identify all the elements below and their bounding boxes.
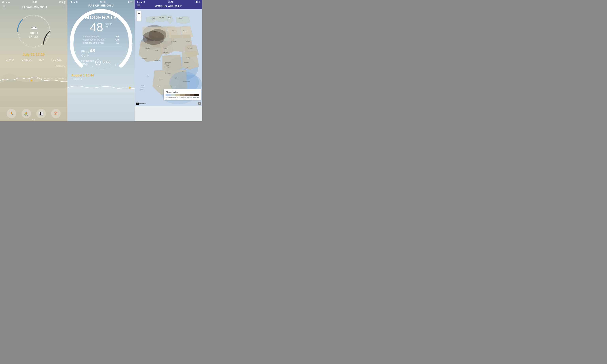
add-icon[interactable]: + <box>63 5 65 9</box>
time-display-p2: 10.48 <box>100 1 106 3</box>
status-bar-panel2: XL ▲ ⊙ 10.48 24% <box>70 1 132 4</box>
header-panel3: XL ▲ ⊙ 17.21 83% ☰ WORLD AIR MAP <box>135 0 202 9</box>
svg-text:South: South <box>141 85 144 87</box>
svg-line-9 <box>35 15 35 16</box>
yearly-average-value: 66 <box>116 35 119 38</box>
svg-text:Nigeria: Nigeria <box>163 52 168 53</box>
running-button[interactable]: 🏃 <box>7 109 16 118</box>
info-icon: i <box>199 102 200 105</box>
svg-text:RW: RW <box>184 69 187 70</box>
wind-icon: ➤ <box>21 59 24 62</box>
page-title-panel1: PASAR MINGGU <box>6 5 63 9</box>
panel-air-quality-gauge: XL ▲ ⊙ 17.18 85% ▓ ☰ PASAR MINGGU + <box>0 0 67 121</box>
svg-text:Democratic: Democratic <box>165 62 171 63</box>
zoom-out-button[interactable]: - <box>136 16 142 21</box>
best-day-row: best day of the year 11 <box>76 41 127 44</box>
legend-seg-200-300 <box>190 94 194 96</box>
legend-seg-150-200 <box>185 94 190 96</box>
svg-line-61 <box>92 66 92 68</box>
uv-item: UV 0 <box>39 59 44 62</box>
svg-text:Chad: Chad <box>173 41 177 42</box>
wind-value: 13km/h <box>24 59 32 62</box>
svg-line-5 <box>23 19 24 20</box>
carrier-label: XL <box>2 1 5 3</box>
mapbox-logo: ⊙ <box>136 103 139 105</box>
status-icons-left: XL ▲ ⊙ <box>2 1 10 3</box>
weather-info: ☀ 29°C ➤ 13km/h UV 0 Hum 54% <box>0 58 67 63</box>
svg-text:Libya: Libya <box>172 30 176 32</box>
cycling-button[interactable]: 🚴 <box>22 109 31 118</box>
svg-text:Ocean: Ocean <box>140 89 144 91</box>
menu-icon-p3[interactable]: ☰ <box>137 4 140 8</box>
pm25-row: PM2.5 48 <box>76 48 127 53</box>
svg-line-28 <box>21 40 22 41</box>
svg-text:France: France <box>159 17 164 18</box>
page-title-panel2: PASAR MINGGU <box>88 4 114 7</box>
svg-point-113 <box>149 29 166 41</box>
family-button[interactable]: 👨‍👧 <box>36 109 46 118</box>
menu-icon[interactable]: ☰ <box>2 5 6 9</box>
svg-line-59 <box>104 68 104 69</box>
svg-text:Kenya: Kenya <box>187 57 191 59</box>
world-air-map[interactable]: Spain France Italy Turkey Algeria Libya … <box>135 9 202 106</box>
map-zoom-controls: + - <box>136 11 142 21</box>
gauge-svg: ☁ HIGH 67 PAQI <box>14 12 53 51</box>
svg-line-22 <box>38 45 39 47</box>
o3-label: O3 <box>81 54 85 57</box>
svg-text:Niger: Niger <box>164 48 167 49</box>
o3-row: O3 0 <box>76 54 127 58</box>
svg-text:Spain: Spain <box>152 18 155 20</box>
svg-text:Tanzania: Tanzania <box>184 62 189 63</box>
svg-line-12 <box>44 19 45 20</box>
svg-point-33 <box>35 27 36 28</box>
svg-text:Ethiopia: Ethiopia <box>187 48 192 49</box>
info-button[interactable]: i <box>198 102 201 105</box>
wind-item: ➤ 13km/h <box>21 59 32 62</box>
current-position-dot <box>31 80 33 82</box>
svg-text:Mali: Mali <box>155 50 158 51</box>
worst-day-row: worst day of the year 420 <box>76 38 127 41</box>
pm25-label: PM2.5 <box>81 50 89 53</box>
svg-line-58 <box>110 66 110 68</box>
yearly-stats: yearly average 66 worst day of the year … <box>76 35 127 45</box>
legend-seg-gt-300 <box>194 94 199 96</box>
confidence-value: 60% <box>102 60 110 65</box>
sun-icon: ☀ <box>6 59 8 62</box>
yearly-average-row: yearly average 66 <box>76 35 127 38</box>
svg-text:Sudan: Sudan <box>186 41 190 42</box>
temperature-item: ☀ 29°C <box>6 59 14 62</box>
svg-text:Turkey: Turkey <box>178 18 182 19</box>
worst-day-label: worst day of the year <box>83 38 105 41</box>
aqi-display: 48 PLUME AQI <box>90 21 112 33</box>
svg-text:Monrovia: Monrovia <box>142 58 147 59</box>
forecast-chart-p2 <box>67 81 135 93</box>
carrier-label-p2: XL ▲ ⊙ <box>70 1 78 3</box>
legend-title: Plume Index <box>166 91 199 93</box>
battery-label-p3: 83% <box>196 1 200 3</box>
picnic-button[interactable]: ⛱ <box>51 109 61 118</box>
uv-value: UV 0 <box>39 59 44 62</box>
chart-day-label-p2: Thursday 1 <box>67 78 135 80</box>
trend-chart-svg-p2 <box>67 81 135 93</box>
air-quality-gauge: ☁ HIGH 67 PAQI <box>0 12 67 51</box>
detail-gauge-area: MODERATE 48 PLUME AQI yearly average 66 … <box>67 9 135 72</box>
panel-world-air-map: XL ▲ ⊙ 17.21 83% ☰ WORLD AIR MAP <box>135 0 202 121</box>
zoom-in-button[interactable]: + <box>136 11 142 16</box>
legend-label-20: 20-50 <box>169 97 173 99</box>
legend-color-bar <box>166 94 199 96</box>
status-bar-panel3: XL ▲ ⊙ 17.21 83% <box>137 1 200 4</box>
wifi-icon: ⊙ <box>8 1 10 3</box>
battery-label-p2: 24% <box>128 1 132 3</box>
status-icons-right: 85% ▓ <box>59 1 65 3</box>
page-indicator <box>32 119 35 120</box>
svg-point-32 <box>31 27 33 28</box>
legend-seg-50-100 <box>175 94 180 96</box>
humidity-value: Hum 54% <box>51 59 62 62</box>
svg-text:BI: BI <box>187 67 188 68</box>
legend-label-100: 100-150 <box>178 97 183 99</box>
legend-seg-100-150 <box>180 94 185 96</box>
confidence-row: confidenceindex ✓ 60% <box>76 59 127 65</box>
svg-text:Senegal: Senegal <box>145 48 150 49</box>
signal-icon: ▲ <box>5 1 7 3</box>
forecast-chart: Thursday 1 <box>0 64 67 92</box>
